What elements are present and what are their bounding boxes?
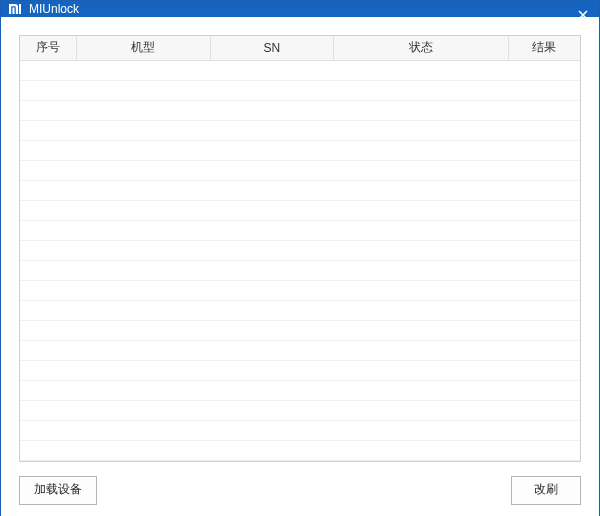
load-devices-button[interactable]: 加载设备 (19, 476, 97, 505)
content-area: 序号 机型 SN 状态 结果 加载设备 改刷 (1, 17, 599, 516)
table-row[interactable] (20, 200, 580, 220)
device-table-container: 序号 机型 SN 状态 结果 (19, 35, 581, 462)
table-row[interactable] (20, 420, 580, 440)
table-row[interactable] (20, 260, 580, 280)
close-button[interactable] (571, 3, 595, 27)
col-header-status[interactable]: 状态 (333, 36, 508, 60)
window-controls (539, 1, 595, 29)
table-body (20, 60, 580, 460)
table-row[interactable] (20, 400, 580, 420)
table-row[interactable] (20, 340, 580, 360)
app-window: MIUnlock 序号 (0, 0, 600, 516)
table-row[interactable] (20, 240, 580, 260)
table-row[interactable] (20, 440, 580, 460)
table-row[interactable] (20, 140, 580, 160)
window-title: MIUnlock (29, 2, 79, 16)
table-row[interactable] (20, 160, 580, 180)
titlebar: MIUnlock (1, 1, 599, 17)
table-row[interactable] (20, 360, 580, 380)
col-header-result[interactable]: 结果 (508, 36, 580, 60)
table-row[interactable] (20, 380, 580, 400)
table-row[interactable] (20, 220, 580, 240)
table-row[interactable] (20, 120, 580, 140)
col-header-sn[interactable]: SN (210, 36, 333, 60)
table-row[interactable] (20, 320, 580, 340)
bottom-bar: 加载设备 改刷 (19, 476, 581, 505)
table-row[interactable] (20, 280, 580, 300)
mi-logo-icon (7, 1, 23, 17)
refresh-button[interactable]: 改刷 (511, 476, 581, 505)
table-row[interactable] (20, 100, 580, 120)
col-header-model[interactable]: 机型 (77, 36, 211, 60)
device-table: 序号 机型 SN 状态 结果 (20, 36, 580, 461)
col-header-index[interactable]: 序号 (20, 36, 77, 60)
table-row[interactable] (20, 80, 580, 100)
svg-rect-1 (546, 18, 556, 20)
table-row[interactable] (20, 180, 580, 200)
table-row[interactable] (20, 300, 580, 320)
minimize-button[interactable] (539, 3, 563, 27)
table-row[interactable] (20, 60, 580, 80)
